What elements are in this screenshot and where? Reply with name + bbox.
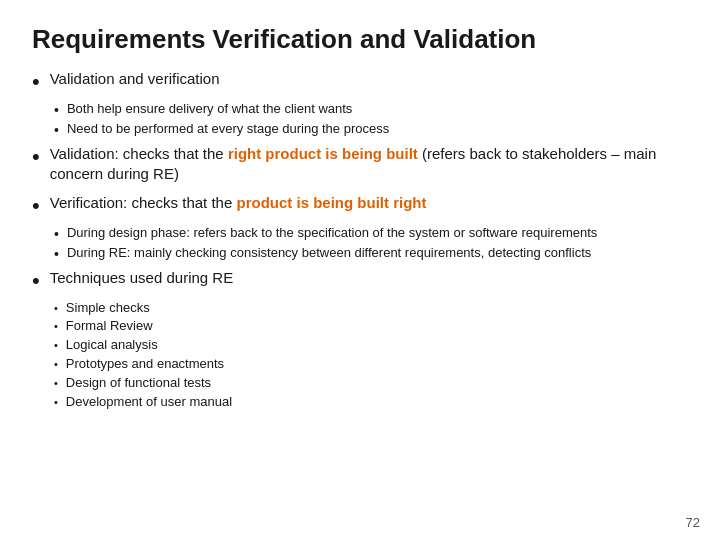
- bullet-2: • Validation: checks that the right prod…: [32, 144, 688, 185]
- bullet-4-text: Techniques used during RE: [50, 268, 688, 288]
- slide-number: 72: [686, 515, 700, 530]
- bullet-1-group: • Validation and verification • Both hel…: [32, 69, 688, 138]
- bullet-1-sub-2-text: Need to be performed at every stage duri…: [67, 121, 688, 138]
- bullet-4-dot: •: [32, 270, 40, 292]
- technique-2-text: Formal Review: [66, 318, 153, 335]
- slide-content: • Validation and verification • Both hel…: [32, 69, 688, 411]
- bullet-1-dot: •: [32, 71, 40, 93]
- techniques-list: • Simple checks • Formal Review • Logica…: [54, 300, 688, 411]
- bullet-1-sub-2: • Need to be performed at every stage du…: [54, 121, 688, 138]
- technique-5-bullet: •: [54, 377, 58, 389]
- technique-3-bullet: •: [54, 339, 58, 351]
- bullet-4: • Techniques used during RE: [32, 268, 688, 292]
- technique-1-bullet: •: [54, 302, 58, 314]
- bullet-1-sub-1-dot: •: [54, 102, 59, 118]
- technique-4-bullet: •: [54, 358, 58, 370]
- bullet-4-group: • Techniques used during RE • Simple che…: [32, 268, 688, 411]
- bullet-3-sub-1-text: During design phase: refers back to the …: [67, 225, 688, 242]
- technique-4: • Prototypes and enactments: [54, 356, 688, 373]
- bullet-1-text: Validation and verification: [50, 69, 688, 89]
- technique-3-text: Logical analysis: [66, 337, 158, 354]
- bullet-3-sub-1-dot: •: [54, 226, 59, 242]
- bullet-1-sub-2-dot: •: [54, 122, 59, 138]
- bullet-2-group: • Validation: checks that the right prod…: [32, 144, 688, 185]
- bullet-1-sub-1-text: Both help ensure delivery of what the cl…: [67, 101, 688, 118]
- technique-5: • Design of functional tests: [54, 375, 688, 392]
- technique-1: • Simple checks: [54, 300, 688, 317]
- technique-2: • Formal Review: [54, 318, 688, 335]
- bullet-3-subs: • During design phase: refers back to th…: [32, 225, 688, 262]
- bullet-2-highlight: right product is being built: [228, 145, 418, 162]
- slide-title: Requirements Verification and Validation: [32, 24, 688, 55]
- bullet-2-text: Validation: checks that the right produc…: [50, 144, 688, 185]
- slide: Requirements Verification and Validation…: [0, 0, 720, 540]
- bullet-1-sub-1: • Both help ensure delivery of what the …: [54, 101, 688, 118]
- bullet-3-sub-1: • During design phase: refers back to th…: [54, 225, 688, 242]
- bullet-3-text-part1: Verification: checks that the: [50, 194, 237, 211]
- bullet-3-text: Verification: checks that the product is…: [50, 193, 688, 213]
- bullet-3-group: • Verification: checks that the product …: [32, 193, 688, 262]
- technique-6: • Development of user manual: [54, 394, 688, 411]
- bullet-3-sub-2-dot: •: [54, 246, 59, 262]
- technique-2-bullet: •: [54, 320, 58, 332]
- bullet-2-text-part1: Validation: checks that the: [50, 145, 228, 162]
- bullet-3-sub-2-text: During RE: mainly checking consistency b…: [67, 245, 688, 262]
- technique-3: • Logical analysis: [54, 337, 688, 354]
- technique-4-text: Prototypes and enactments: [66, 356, 224, 373]
- technique-1-text: Simple checks: [66, 300, 150, 317]
- bullet-3: • Verification: checks that the product …: [32, 193, 688, 217]
- bullet-3-highlight: product is being built right: [236, 194, 426, 211]
- bullet-3-sub-2: • During RE: mainly checking consistency…: [54, 245, 688, 262]
- technique-6-bullet: •: [54, 396, 58, 408]
- bullet-2-dot: •: [32, 146, 40, 168]
- bullet-3-dot: •: [32, 195, 40, 217]
- technique-5-text: Design of functional tests: [66, 375, 211, 392]
- technique-6-text: Development of user manual: [66, 394, 232, 411]
- bullet-1: • Validation and verification: [32, 69, 688, 93]
- bullet-1-subs: • Both help ensure delivery of what the …: [32, 101, 688, 138]
